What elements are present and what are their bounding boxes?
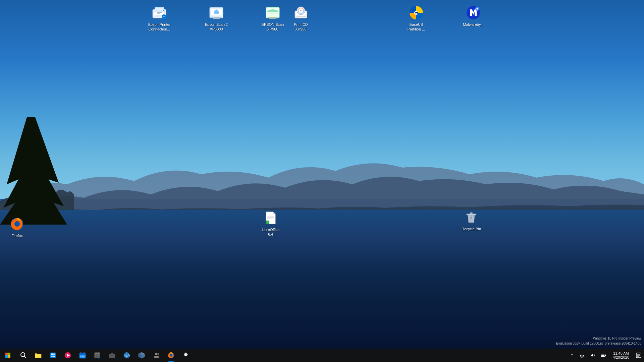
svg-rect-67	[98, 355, 100, 356]
taskbar-media-player[interactable]	[60, 349, 75, 362]
time-display: 11:48 AM	[613, 351, 629, 355]
desktop-icon-malwarebytes[interactable]: Malwareby...	[458, 3, 488, 28]
easeus-label: EaseUS Partition ...	[408, 22, 425, 32]
svg-rect-41	[470, 213, 473, 214]
svg-point-6	[163, 10, 164, 11]
desktop-icon-epson-scan[interactable]: EPSON Scan XP960	[258, 3, 288, 33]
svg-point-34	[14, 221, 20, 227]
svg-line-47	[24, 356, 26, 358]
svg-rect-21	[267, 13, 278, 13]
taskbar-camera[interactable]	[105, 349, 119, 362]
firefox-taskbar-icon	[167, 352, 175, 359]
svg-rect-87	[601, 355, 604, 356]
calculator-icon	[94, 352, 101, 359]
svg-point-82	[170, 354, 172, 356]
svg-point-74	[114, 354, 114, 355]
easeus-icon	[408, 5, 424, 21]
svg-rect-4	[155, 7, 164, 11]
epson-scan-icon	[265, 5, 281, 21]
svg-rect-27	[296, 16, 306, 17]
maps-icon	[123, 352, 130, 359]
taskbar-maps[interactable]	[119, 349, 134, 362]
mixed-reality-icon	[138, 352, 145, 359]
network-wifi-icon	[579, 353, 585, 358]
desktop-icon-recycle-bin[interactable]: Recycle Bin	[456, 208, 486, 233]
print-cd-label: Print CD XP960	[294, 22, 308, 32]
start-button[interactable]	[0, 349, 16, 362]
action-center-button[interactable]	[633, 349, 644, 362]
settings-taskbar-icon	[182, 352, 190, 359]
malwarebytes-icon	[465, 5, 481, 21]
svg-rect-35	[267, 216, 274, 217]
svg-rect-40	[467, 214, 476, 215]
epson-printer-icon	[151, 5, 167, 21]
taskbar-people[interactable]	[149, 349, 164, 362]
svg-point-78	[155, 353, 157, 355]
svg-rect-56	[79, 353, 86, 355]
svg-rect-7	[157, 12, 162, 13]
svg-rect-42	[5, 353, 8, 355]
svg-rect-44	[5, 355, 8, 358]
firefox-desktop-icon	[9, 216, 25, 232]
libreoffice-icon: L	[263, 210, 279, 226]
calendar-icon	[79, 352, 86, 359]
camera-icon	[108, 352, 116, 359]
desktop-icon-firefox[interactable]: Firefox	[2, 215, 32, 239]
epson-printer-label: Epson Printer Connection...	[148, 22, 171, 32]
svg-point-79	[158, 353, 160, 355]
svg-rect-60	[82, 356, 83, 357]
svg-rect-63	[95, 353, 97, 355]
volume-icon-button[interactable]	[587, 353, 598, 358]
network-icon-button[interactable]	[577, 353, 587, 358]
desktop-icons-area: Epson Printer Connection... Epson Scan 2…	[0, 0, 644, 349]
desktop-icon-print-cd[interactable]: Print CD XP960	[286, 3, 316, 33]
battery-icon-button[interactable]	[598, 353, 609, 358]
taskbar-mixed-reality[interactable]	[134, 349, 149, 362]
svg-rect-15	[213, 17, 220, 19]
svg-point-26	[300, 10, 302, 11]
notification-icon	[636, 353, 641, 358]
svg-rect-70	[98, 357, 100, 359]
date-display: 4/20/2020	[613, 355, 629, 359]
taskbar-calendar[interactable]	[75, 349, 90, 362]
svg-rect-64	[98, 353, 100, 355]
media-player-icon	[64, 352, 71, 359]
taskbar-calculator[interactable]	[90, 349, 105, 362]
people-icon	[153, 352, 160, 359]
svg-rect-69	[97, 357, 98, 358]
taskbar-microsoft-store[interactable]	[46, 349, 60, 362]
recycle-bin-icon	[463, 209, 479, 225]
taskbar-settings[interactable]	[178, 349, 193, 362]
svg-text:L: L	[267, 221, 269, 224]
svg-rect-49	[51, 354, 53, 355]
taskbar-search[interactable]	[16, 349, 31, 362]
desktop-icon-epson-scan2[interactable]: Epson Scan 2 XP6000	[201, 3, 231, 33]
desktop-icon-libreoffice[interactable]: L LibreOffice 6.4	[256, 208, 286, 238]
epson-scan-label: EPSON Scan XP960	[262, 22, 284, 32]
svg-point-73	[111, 355, 113, 357]
svg-rect-58	[84, 352, 85, 354]
svg-rect-43	[8, 353, 10, 355]
taskbar-firefox[interactable]	[164, 349, 178, 362]
epson-scan2-label: Epson Scan 2 XP6000	[205, 22, 228, 32]
svg-rect-20	[269, 17, 276, 19]
svg-rect-61	[84, 356, 85, 357]
show-hidden-icons-button[interactable]: ⌃	[567, 353, 577, 358]
svg-rect-52	[53, 356, 55, 357]
epson-scan2-icon	[208, 5, 224, 21]
desktop-icon-easeus[interactable]: EaseUS Partition ...	[401, 3, 431, 33]
malwarebytes-label: Malwareby...	[463, 22, 484, 27]
volume-icon	[590, 353, 595, 358]
desktop-icon-epson-printer[interactable]: Epson Printer Connection...	[144, 3, 174, 33]
clock-display[interactable]: 11:48 AM 4/20/2020	[609, 349, 633, 362]
search-taskbar-icon	[20, 352, 26, 358]
svg-rect-86	[605, 355, 606, 356]
taskbar-file-explorer[interactable]	[31, 349, 46, 362]
svg-rect-51	[51, 356, 53, 357]
svg-rect-57	[81, 352, 82, 354]
print-cd-icon	[293, 5, 309, 21]
svg-rect-45	[8, 355, 10, 358]
svg-rect-18	[267, 12, 278, 15]
battery-icon	[601, 353, 606, 358]
svg-rect-11	[164, 16, 164, 18]
